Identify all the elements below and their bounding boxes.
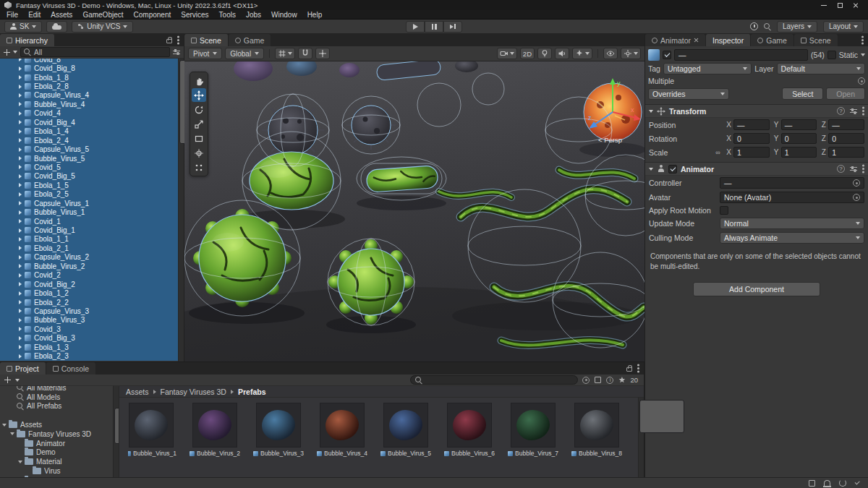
layer-dropdown[interactable]: Default (777, 63, 865, 74)
hierarchy-item[interactable]: Ebola_2_4 (0, 136, 178, 145)
menu-item[interactable]: GameObject (77, 10, 128, 20)
search-by-type-icon[interactable] (582, 377, 590, 384)
asset-item[interactable]: Bubble_Virus_8 (574, 403, 620, 477)
component-menu-icon[interactable] (862, 110, 864, 112)
presets-icon[interactable] (850, 166, 857, 172)
y-field[interactable]: — (781, 119, 817, 130)
expand-caret-icon[interactable] (19, 85, 22, 89)
static-dropdown-icon[interactable] (861, 53, 865, 56)
package-manager-icon[interactable] (809, 480, 815, 487)
undo-history-icon[interactable] (750, 22, 758, 30)
gizmos-dropdown[interactable] (621, 48, 641, 59)
progress-spinner-icon[interactable] (839, 479, 846, 487)
hierarchy-item[interactable]: Capsule_Virus_5 (0, 145, 178, 153)
hierarchy-item[interactable]: Covid_Big_1 (0, 226, 178, 234)
asset-grid-scrollbar[interactable] (638, 398, 644, 477)
menu-item[interactable]: Services (176, 10, 213, 20)
open-button[interactable]: Open (826, 87, 865, 100)
move-snap-button[interactable] (315, 48, 330, 59)
hierarchy-item[interactable]: Ebola_2_3 (0, 351, 178, 360)
tab-hierarchy[interactable]: Hierarchy (0, 34, 55, 46)
uniform-scale-link-icon[interactable]: ∞ (714, 149, 722, 156)
tab-scene[interactable]: Scene (794, 34, 838, 46)
snap-toggle-button[interactable] (298, 48, 312, 59)
y-field[interactable]: 0 (781, 133, 817, 144)
effects-dropdown[interactable] (572, 48, 592, 59)
expand-caret-icon[interactable] (19, 273, 22, 278)
expand-caret-icon[interactable] (19, 246, 22, 250)
hierarchy-item[interactable]: Covid_2 (0, 271, 178, 280)
apply-root-motion-checkbox[interactable] (720, 206, 728, 215)
expand-caret-icon[interactable] (19, 111, 22, 116)
scale-tool[interactable] (192, 117, 206, 131)
hierarchy-item[interactable]: Ebola_2_5 (0, 190, 178, 199)
add-component-button[interactable]: Add Component (693, 282, 820, 296)
name-field[interactable]: — (674, 49, 808, 61)
expand-caret-icon[interactable] (19, 264, 22, 268)
expand-caret-icon[interactable] (19, 93, 22, 98)
search-filter-icon[interactable] (173, 49, 180, 56)
tree-caret-icon[interactable] (2, 424, 7, 427)
active-checkbox[interactable] (663, 51, 671, 59)
tree-item[interactable]: Assets (0, 420, 119, 429)
tab-project[interactable]: Project (0, 362, 46, 374)
asset-item[interactable]: Bubble_Virus_1 (128, 403, 174, 477)
package-icon[interactable] (595, 377, 601, 383)
tab-game[interactable]: Game (229, 34, 272, 46)
custom-tool[interactable] (192, 160, 206, 174)
notification-bell-icon[interactable] (824, 480, 830, 486)
asset-item[interactable]: Bubble_Virus_4 (319, 403, 365, 477)
tree-scrollbar[interactable] (113, 386, 119, 477)
hierarchy-item[interactable]: Ebola_1_5 (0, 181, 178, 189)
expand-caret-icon[interactable] (19, 255, 22, 260)
presets-icon[interactable] (850, 108, 857, 114)
rotate-tool[interactable] (192, 103, 206, 116)
tree-item[interactable]: Fantasy Viruses 3D (0, 429, 119, 439)
scene-viewport[interactable]: y x z < Persp (184, 61, 644, 361)
create-asset-button[interactable] (4, 377, 11, 383)
tree-item[interactable]: Animator (0, 439, 119, 448)
expand-caret-icon[interactable] (19, 174, 22, 179)
expand-caret-icon[interactable] (19, 192, 22, 197)
hierarchy-item[interactable]: Capsule_Virus_4 (0, 91, 178, 100)
help-icon[interactable]: ? (837, 165, 845, 173)
hierarchy-item[interactable]: Bubble_Virus_2 (0, 262, 178, 270)
close-button[interactable] (848, 0, 864, 10)
tree-item[interactable]: All Materials (0, 386, 119, 393)
expand-caret-icon[interactable] (19, 237, 22, 241)
close-tab-icon[interactable] (694, 38, 699, 43)
minimize-button[interactable] (816, 0, 832, 10)
hierarchy-item[interactable]: Covid_3 (0, 325, 178, 333)
menu-item[interactable]: Assets (46, 10, 77, 20)
unity-vcs-button[interactable]: Unity VCS (72, 21, 133, 33)
transform-tool[interactable] (192, 146, 206, 160)
y-field[interactable]: 1 (781, 147, 817, 158)
expand-caret-icon[interactable] (19, 210, 22, 215)
chevron-down-icon[interactable] (13, 51, 17, 53)
pause-button[interactable] (425, 21, 443, 33)
hierarchy-scrollbar[interactable] (178, 59, 184, 361)
x-field[interactable]: 1 (733, 147, 770, 158)
tree-item[interactable]: Material (0, 457, 119, 466)
expand-caret-icon[interactable] (19, 282, 22, 286)
panel-menu-icon[interactable] (861, 39, 864, 41)
grid-visibility-button[interactable] (275, 48, 295, 59)
lock-icon[interactable] (166, 39, 172, 43)
camera-settings-dropdown[interactable] (497, 48, 517, 59)
expand-caret-icon[interactable] (19, 318, 22, 322)
layers-dropdown[interactable]: Layers (777, 21, 817, 33)
cloud-button[interactable] (46, 21, 67, 33)
breadcrumb-folder[interactable]: Fantasy Viruses 3D (161, 388, 226, 396)
expand-caret-icon[interactable] (19, 300, 22, 304)
expand-caret-icon[interactable] (19, 327, 22, 331)
foldout-icon[interactable] (649, 168, 653, 171)
scene-lighting-button[interactable] (537, 48, 552, 59)
create-object-button[interactable] (4, 49, 10, 56)
tree-item[interactable]: Demo (0, 448, 119, 458)
expand-caret-icon[interactable] (19, 59, 22, 61)
tab-game[interactable]: Game (751, 34, 794, 46)
menu-item[interactable]: Help (302, 10, 328, 20)
asset-item[interactable]: Bubble_Virus_2 (192, 403, 238, 477)
hierarchy-item[interactable]: Covid_Big_4 (0, 118, 178, 127)
z-field[interactable]: 1 (828, 147, 864, 158)
